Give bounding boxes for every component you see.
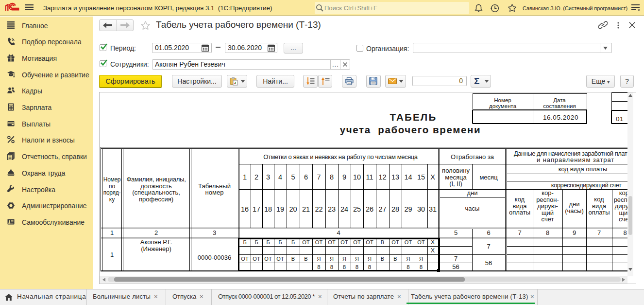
svg-text:30: 30: [417, 205, 425, 213]
svg-text:ОТ: ОТ: [315, 239, 323, 245]
svg-text:14: 14: [404, 173, 412, 181]
svg-text:6: 6: [487, 229, 490, 236]
svg-text:ОТ: ОТ: [353, 239, 361, 245]
svg-text:25: 25: [353, 205, 361, 213]
svg-text:8: 8: [407, 264, 409, 270]
svg-text:7: 7: [597, 229, 601, 236]
svg-text:Я: Я: [342, 256, 346, 262]
svg-text:учета рабочего времени: учета рабочего времени: [340, 124, 481, 135]
svg-text:Я: Я: [419, 256, 423, 262]
svg-text:1: 1: [110, 229, 114, 236]
svg-text:составления: составления: [543, 103, 576, 109]
svg-text:Я: Я: [317, 256, 321, 262]
svg-text:Я: Я: [407, 256, 410, 262]
svg-text:Отработано за: Отработано за: [451, 153, 494, 161]
svg-text:Я: Я: [368, 256, 372, 262]
svg-text:оплаты: оплаты: [509, 209, 530, 216]
svg-text:Отметки о явках и неявках на р: Отметки о явках и неявках на работу по ч…: [263, 153, 418, 161]
svg-text:месяц: месяц: [479, 174, 498, 181]
svg-text:по: по: [109, 183, 115, 190]
svg-text:3: 3: [266, 173, 270, 181]
svg-text:и направлениям затрат: и направлениям затрат: [537, 156, 614, 163]
svg-text:(часы): (часы): [565, 207, 584, 215]
svg-text:8: 8: [623, 229, 627, 236]
svg-text:13: 13: [391, 173, 399, 181]
svg-text:поряд-: поряд-: [103, 189, 121, 196]
svg-text:8: 8: [317, 264, 320, 270]
svg-text:Я: Я: [355, 256, 359, 262]
svg-text:7: 7: [454, 255, 458, 262]
svg-text:8: 8: [420, 264, 423, 270]
svg-text:ОТ: ОТ: [264, 256, 272, 262]
svg-text:8: 8: [356, 264, 358, 270]
svg-text:8: 8: [368, 264, 371, 270]
svg-text:15: 15: [417, 173, 425, 181]
svg-text:01: 01: [616, 115, 624, 123]
svg-text:27: 27: [378, 205, 386, 213]
svg-text:ОТ: ОТ: [241, 256, 249, 262]
svg-text:X: X: [430, 173, 435, 181]
svg-text:16: 16: [241, 205, 249, 213]
svg-text:X: X: [431, 239, 435, 246]
svg-text:часы: часы: [465, 205, 480, 212]
svg-text:4: 4: [337, 229, 340, 236]
svg-text:56: 56: [485, 259, 492, 267]
svg-text:В: В: [381, 256, 384, 262]
svg-text:5: 5: [454, 229, 458, 236]
svg-text:Я: Я: [330, 256, 334, 262]
svg-text:7: 7: [487, 243, 490, 250]
svg-text:ОТ: ОТ: [276, 256, 284, 262]
svg-text:8: 8: [343, 264, 346, 270]
svg-text:8: 8: [330, 173, 334, 181]
svg-text:1: 1: [243, 173, 247, 181]
svg-text:Б: Б: [266, 239, 270, 245]
svg-text:9: 9: [342, 173, 346, 181]
svg-text:В: В: [393, 256, 397, 262]
svg-text:5: 5: [291, 173, 295, 181]
svg-text:24: 24: [340, 205, 348, 213]
svg-text:дни: дни: [467, 189, 477, 197]
svg-text:10: 10: [353, 173, 361, 181]
svg-text:8: 8: [330, 264, 333, 270]
svg-text:28: 28: [391, 205, 399, 213]
svg-text:18: 18: [264, 205, 272, 213]
svg-text:22: 22: [315, 205, 322, 213]
svg-text:26: 26: [366, 205, 373, 213]
svg-text:8: 8: [546, 229, 549, 236]
svg-text:29: 29: [404, 205, 412, 213]
svg-text:Б: Б: [291, 239, 295, 245]
svg-text:ОТ: ОТ: [328, 239, 336, 245]
svg-text:В: В: [304, 256, 307, 262]
svg-text:(I, II): (I, II): [449, 180, 462, 187]
svg-text:9: 9: [573, 229, 576, 236]
svg-text:19: 19: [276, 205, 284, 213]
svg-text:0000-00036: 0000-00036: [198, 254, 231, 261]
svg-text:Б: Б: [243, 239, 246, 245]
svg-text:6: 6: [304, 173, 308, 181]
svg-text:ОТ: ОТ: [302, 239, 310, 245]
svg-text:корреспондирующий счет: корреспондирующий счет: [551, 181, 622, 189]
svg-text:7: 7: [518, 229, 521, 236]
svg-text:11: 11: [366, 173, 373, 181]
svg-text:31: 31: [429, 205, 437, 213]
svg-text:счет: счет: [542, 215, 554, 223]
svg-text:3: 3: [213, 229, 216, 236]
svg-text:номер: номер: [205, 189, 224, 196]
svg-text:16.05.2020: 16.05.2020: [543, 114, 578, 121]
svg-text:код вида оплаты: код вида оплаты: [559, 165, 608, 173]
svg-text:Номер: Номер: [494, 97, 511, 103]
svg-text:ОТ: ОТ: [253, 256, 260, 262]
svg-text:7: 7: [317, 173, 321, 181]
svg-text:2: 2: [254, 173, 258, 181]
svg-text:Дата: Дата: [553, 97, 566, 103]
svg-text:X: X: [431, 247, 435, 254]
svg-text:21: 21: [302, 205, 310, 213]
svg-text:Б: Б: [254, 239, 258, 245]
svg-text:Б: Б: [278, 239, 282, 245]
svg-text:ОТ: ОТ: [366, 239, 373, 245]
svg-text:(Инженер): (Инженер): [141, 245, 171, 252]
svg-text:профессия): профессия): [139, 196, 173, 203]
svg-text:23: 23: [328, 205, 336, 213]
svg-text:12: 12: [378, 173, 386, 181]
svg-text:ТАБЕЛЬ: ТАБЕЛЬ: [390, 111, 437, 123]
